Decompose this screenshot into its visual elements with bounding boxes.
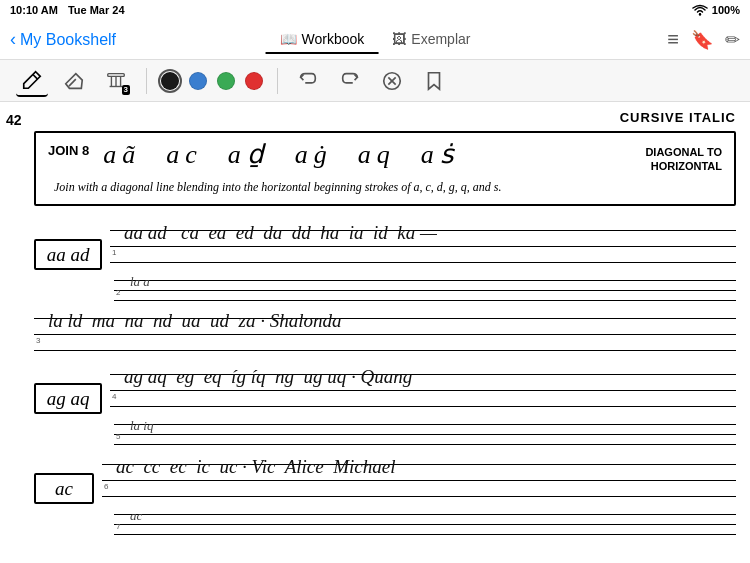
join-letters: aã ac aḏ aġ aq aṡ bbox=[103, 141, 631, 170]
tab-workbook-label: Workbook bbox=[302, 31, 365, 47]
bookmark-toolbar-button[interactable] bbox=[418, 65, 450, 97]
pencil-icon bbox=[21, 69, 43, 91]
example-box-6: ac bbox=[34, 473, 94, 504]
tab-exemplar-label: Exemplar bbox=[411, 31, 470, 47]
line-text-1: aa ad ca ea ed da dd ha ia id ka — bbox=[124, 222, 437, 244]
line-num-5: 5 bbox=[116, 432, 120, 441]
join-description: Join with a diagonal line blending into … bbox=[48, 178, 722, 196]
line-text-6: ac cc ec ic uc · Vic Alice Michael bbox=[116, 456, 395, 478]
brush-number-badge: 3 bbox=[122, 85, 130, 95]
practice-row-7: 7 ac bbox=[114, 506, 736, 538]
color-black[interactable] bbox=[161, 72, 179, 90]
svg-point-0 bbox=[699, 13, 701, 15]
tab-exemplar[interactable]: 🖼 Exemplar bbox=[378, 26, 484, 54]
line-num-3: 3 bbox=[36, 336, 40, 345]
writing-row-4: ag aq 4 ag aq eg eq íg íq ng ug uq · Qua… bbox=[34, 364, 736, 414]
pencil-tool-button[interactable] bbox=[16, 65, 48, 97]
color-red[interactable] bbox=[245, 72, 263, 90]
svg-rect-1 bbox=[108, 73, 125, 76]
brush-tool-button[interactable]: 3 bbox=[100, 65, 132, 97]
writing-section: aa ad 1 aa ad ca ea ed da dd ha ia id ka… bbox=[34, 220, 736, 538]
join-direction: DIAGONAL TOHORIZONTAL bbox=[645, 145, 722, 174]
writing-row-6: ac 6 ac cc ec ic uc · Vic Alice Michael bbox=[34, 454, 736, 504]
status-left: 10:10 AM Tue Mar 24 bbox=[10, 4, 125, 16]
undo-icon bbox=[297, 70, 319, 92]
main-content: 42 CURSIVE ITALIC JOIN 8 aã ac aḏ aġ aq … bbox=[0, 102, 750, 563]
line-num-2: 2 bbox=[116, 288, 120, 297]
practice-row-5: 5 la iq bbox=[114, 416, 736, 448]
writing-row-1: aa ad 1 aa ad ca ea ed da dd ha ia id ka… bbox=[34, 220, 736, 270]
status-battery: 100% bbox=[712, 4, 740, 16]
practice-row-2: 2 la a bbox=[114, 272, 736, 304]
back-label: My Bookshelf bbox=[20, 31, 116, 49]
toolbar: 3 bbox=[0, 60, 750, 102]
line-num-7: 7 bbox=[116, 522, 120, 531]
redo-icon bbox=[339, 70, 361, 92]
line-text-4: ag aq eg eq íg íq ng ug uq · Quang bbox=[124, 366, 412, 388]
line-num-6: 6 bbox=[104, 482, 108, 491]
example-box-1: aa ad bbox=[34, 239, 102, 270]
bookmark-toolbar-icon bbox=[423, 70, 445, 92]
undo-button[interactable] bbox=[292, 65, 324, 97]
page-sidebar: 42 bbox=[0, 102, 30, 563]
practice-text-5: la iq bbox=[130, 418, 153, 434]
clear-button[interactable] bbox=[376, 65, 408, 97]
wifi-icon bbox=[692, 4, 708, 16]
tab-workbook[interactable]: 📖 Workbook bbox=[266, 26, 379, 54]
nav-right-icons: ≡ 🔖 ✏ bbox=[667, 28, 740, 51]
status-right: 100% bbox=[692, 4, 740, 16]
back-chevron-icon: ‹ bbox=[10, 29, 16, 50]
color-blue[interactable] bbox=[189, 72, 207, 90]
join-box: JOIN 8 aã ac aḏ aġ aq aṡ DIAGONAL TOHORI… bbox=[34, 131, 736, 206]
line-text-3: la ld ma na nd ua ud za · Shalonda bbox=[48, 310, 341, 332]
status-time: 10:10 AM bbox=[10, 4, 58, 16]
line-num-1: 1 bbox=[112, 248, 116, 257]
status-date: Tue Mar 24 bbox=[68, 4, 125, 16]
color-green[interactable] bbox=[217, 72, 235, 90]
menu-icon[interactable]: ≡ bbox=[667, 28, 679, 51]
clear-icon bbox=[381, 70, 403, 92]
workbook-icon: 📖 bbox=[280, 31, 297, 47]
nav-tabs: 📖 Workbook 🖼 Exemplar bbox=[266, 26, 485, 54]
toolbar-separator-2 bbox=[277, 68, 278, 94]
page-number: 42 bbox=[6, 112, 22, 128]
page-title: CURSIVE ITALIC bbox=[620, 110, 736, 125]
redo-button[interactable] bbox=[334, 65, 366, 97]
nav-bar: ‹ My Bookshelf 📖 Workbook 🖼 Exemplar ≡ 🔖… bbox=[0, 20, 750, 60]
toolbar-separator-1 bbox=[146, 68, 147, 94]
exemplar-icon: 🖼 bbox=[392, 31, 406, 47]
join-label: JOIN 8 bbox=[48, 143, 89, 158]
eraser-icon bbox=[63, 70, 85, 92]
edit-icon[interactable]: ✏ bbox=[725, 29, 740, 51]
writing-row-3: 3 la ld ma na nd ua ud za · Shalonda bbox=[34, 308, 736, 358]
back-button[interactable]: ‹ My Bookshelf bbox=[10, 29, 116, 50]
practice-text-7: ac bbox=[130, 508, 142, 524]
page-content: CURSIVE ITALIC JOIN 8 aã ac aḏ aġ aq aṡ … bbox=[30, 102, 750, 563]
example-box-4: ag aq bbox=[34, 383, 102, 414]
line-num-4: 4 bbox=[112, 392, 116, 401]
join-header: JOIN 8 aã ac aḏ aġ aq aṡ DIAGONAL TOHORI… bbox=[48, 141, 722, 174]
practice-text-2: la a bbox=[130, 274, 150, 290]
status-bar: 10:10 AM Tue Mar 24 100% bbox=[0, 0, 750, 20]
bookmark-icon[interactable]: 🔖 bbox=[691, 29, 713, 51]
eraser-tool-button[interactable] bbox=[58, 65, 90, 97]
page-header: CURSIVE ITALIC bbox=[34, 110, 736, 125]
